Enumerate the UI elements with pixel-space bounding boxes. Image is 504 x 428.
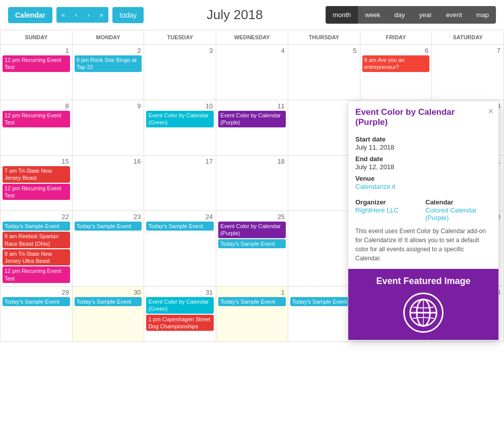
event[interactable]: Today's Sample Event bbox=[3, 222, 70, 231]
calendar-value: Colored Calendar (Purple) bbox=[425, 206, 491, 222]
header-thursday: THURSDAY bbox=[288, 30, 360, 45]
start-date-label: Start date bbox=[355, 135, 491, 143]
popup-featured-image: Event Featured Image bbox=[348, 269, 498, 340]
organizer-calendar-row: Organizer RightHere LLC Calendar Colored… bbox=[355, 194, 491, 222]
event[interactable]: Today's Sample Event bbox=[146, 222, 214, 231]
event[interactable]: Event Color by Calendar (Green) bbox=[146, 111, 214, 127]
event[interactable]: 9 am Are you an entrepreneur? bbox=[362, 55, 430, 72]
header-friday: FRIDAY bbox=[360, 30, 432, 45]
view-year[interactable]: year bbox=[412, 6, 439, 24]
cell-jul2: 28 pm Rock Star Bingo at Tap 22 bbox=[73, 45, 145, 100]
next-button[interactable]: › bbox=[83, 7, 95, 23]
cell-jul9: 9 bbox=[73, 100, 145, 156]
event[interactable]: Event Color by Calendar (Purple) bbox=[218, 222, 286, 238]
event[interactable]: Event Color by Calendar (Green) bbox=[146, 297, 214, 314]
cell-jul18: 18 bbox=[216, 156, 288, 211]
header-left: Calendar « ‹ › » today bbox=[8, 7, 144, 23]
nav-group: « ‹ › » bbox=[56, 7, 108, 23]
cell-jul17: 17 bbox=[144, 156, 216, 211]
header-monday: MONDAY bbox=[73, 30, 145, 45]
cell-jul23: 23Today's Sample Event bbox=[73, 211, 145, 287]
event[interactable]: 7 am Tri-State New Jersey Beast bbox=[3, 166, 70, 183]
event[interactable]: 1 pm Copenhagen Street Dog Championships bbox=[146, 315, 214, 331]
organizer-value: RightHere LLC bbox=[355, 206, 421, 214]
popup-title: Event Color by Calendar (Purple) bbox=[355, 107, 491, 127]
view-event[interactable]: event bbox=[439, 6, 469, 24]
double-next-button[interactable]: » bbox=[95, 7, 108, 23]
calendar-col: Calendar Colored Calendar (Purple) bbox=[425, 194, 491, 222]
event[interactable]: 12 pm Recurring Event Test bbox=[3, 55, 70, 72]
calendar-link[interactable]: Colored Calendar (Purple) bbox=[425, 206, 477, 222]
organizer-col: Organizer RightHere LLC bbox=[355, 194, 421, 222]
cell-aug1: 1Today's Sample Event bbox=[216, 287, 288, 342]
event[interactable]: 8 am Reebok Spartan Race Beast (Ohio) bbox=[3, 232, 70, 248]
popup-close-button[interactable]: × bbox=[488, 106, 493, 117]
view-day[interactable]: day bbox=[388, 6, 412, 24]
event-popup: Event Color by Calendar (Purple) × Start… bbox=[348, 101, 499, 340]
cell-jul5: 5 bbox=[288, 45, 360, 100]
start-date-value: July 11, 2018 bbox=[355, 144, 491, 151]
calendar-header: Calendar « ‹ › » today July 2018 month w… bbox=[0, 0, 504, 30]
event[interactable]: Today's Sample Event bbox=[218, 297, 286, 306]
event[interactable]: 12 pm Recurring Event Test bbox=[3, 184, 70, 200]
day-headers: SUNDAY MONDAY TUESDAY WEDNESDAY THURSDAY… bbox=[1, 30, 504, 45]
event[interactable]: 12 pm Recurring Event Test bbox=[3, 111, 70, 127]
view-month[interactable]: month bbox=[326, 6, 358, 24]
cell-jul8: 812 pm Recurring Event Test bbox=[1, 100, 73, 156]
popup-description: This event uses Event Color by Calendar … bbox=[355, 227, 491, 263]
globe-icon bbox=[403, 293, 444, 333]
header-tuesday: TUESDAY bbox=[144, 30, 216, 45]
venue-link[interactable]: Calendarize.it bbox=[355, 183, 396, 190]
organizer-link[interactable]: RightHere LLC bbox=[355, 206, 399, 214]
end-date-label: End date bbox=[355, 155, 491, 163]
double-prev-button[interactable]: « bbox=[56, 7, 70, 23]
cell-jul31: 31Event Color by Calendar (Green)1 pm Co… bbox=[144, 287, 216, 342]
organizer-label: Organizer bbox=[355, 198, 421, 206]
cell-jul6: 69 am Are you an entrepreneur? bbox=[360, 45, 432, 100]
cell-jul30: 30Today's Sample Event bbox=[73, 287, 145, 342]
cell-jul25: 25Event Color by Calendar (Purple)Today'… bbox=[216, 211, 288, 287]
cell-jul15: 157 am Tri-State New Jersey Beast12 pm R… bbox=[1, 156, 73, 211]
header-wednesday: WEDNESDAY bbox=[216, 30, 288, 45]
event[interactable]: Today's Sample Event bbox=[75, 297, 142, 306]
today-button[interactable]: today bbox=[112, 7, 144, 23]
event[interactable]: 8 pm Rock Star Bingo at Tap 22 bbox=[75, 55, 142, 72]
calendar-button[interactable]: Calendar bbox=[8, 7, 52, 23]
cell-jul4: 4 bbox=[216, 45, 288, 100]
cell-jul16: 16 bbox=[73, 156, 145, 211]
end-date-value: July 12, 2018 bbox=[355, 163, 491, 171]
cell-jul11: 11Event Color by Calendar (Purple) bbox=[216, 100, 288, 156]
venue-value: Calendarize.it bbox=[355, 183, 491, 190]
view-week[interactable]: week bbox=[358, 6, 387, 24]
popup-body: Start date July 11, 2018 End date July 1… bbox=[348, 135, 498, 269]
event[interactable]: Today's Sample Event bbox=[75, 222, 142, 231]
cell-jul1: 112 pm Recurring Event Test bbox=[1, 45, 73, 100]
event-purple[interactable]: Event Color by Calendar (Purple) bbox=[218, 111, 286, 127]
featured-title: Event Featured Image bbox=[355, 276, 491, 287]
cell-jul3: 3 bbox=[144, 45, 216, 100]
header-sunday: SUNDAY bbox=[1, 30, 73, 45]
event[interactable]: 8 am Tri-State New Jersey Ultra Beast bbox=[3, 249, 70, 266]
view-switcher: month week day year event map bbox=[326, 6, 496, 24]
prev-button[interactable]: ‹ bbox=[70, 7, 82, 23]
popup-title-bar: Event Color by Calendar (Purple) × bbox=[348, 101, 498, 131]
cell-jul29: 29Today's Sample Event bbox=[1, 287, 73, 342]
view-map[interactable]: map bbox=[469, 6, 496, 24]
event[interactable]: Today's Sample Event bbox=[218, 239, 286, 248]
venue-label: Venue bbox=[355, 175, 491, 182]
cell-jul7: 7 bbox=[432, 45, 504, 100]
header-saturday: SATURDAY bbox=[432, 30, 504, 45]
calendar-title: July 2018 bbox=[207, 7, 263, 23]
event[interactable]: Today's Sample Event bbox=[3, 297, 70, 306]
event[interactable]: 12 pm Recurring Event Test bbox=[3, 266, 70, 283]
cell-jul24: 24Today's Sample Event bbox=[144, 211, 216, 287]
cell-jul22: 22Today's Sample Event8 am Reebok Sparta… bbox=[1, 211, 73, 287]
cell-jul10: 10Event Color by Calendar (Green) bbox=[144, 100, 216, 156]
calendar-label: Calendar bbox=[425, 198, 491, 206]
